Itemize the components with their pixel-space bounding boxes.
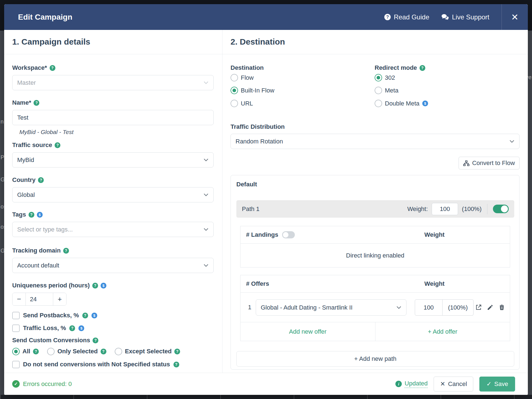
add-new-path-button[interactable]: + Add new path <box>236 351 514 367</box>
offers-weight-header: Weight <box>403 280 466 287</box>
section-title-band: 1. Campaign details 2. Destination <box>4 30 528 54</box>
external-link-icon <box>475 304 482 311</box>
toggle-knob <box>501 205 508 212</box>
convert-to-flow-button[interactable]: Convert to Flow <box>459 157 520 169</box>
offer-index: 1 <box>248 304 251 311</box>
traffic-source-select[interactable]: MyBid <box>12 152 214 168</box>
radio-option-meta[interactable]: Meta <box>375 87 398 94</box>
country-value: Global <box>17 191 35 199</box>
send-postbacks-checkbox[interactable] <box>12 312 20 319</box>
help-icon[interactable]: ? <box>174 349 180 354</box>
help-icon[interactable]: ? <box>38 177 44 183</box>
edit-offer-button[interactable] <box>486 303 494 312</box>
tags-label-text: Tags <box>12 211 26 218</box>
add-new-offer-link[interactable]: Add new offer <box>241 322 375 341</box>
help-icon[interactable]: ? <box>29 212 34 218</box>
offer-name: Global - Adult Dating - Smartlink II <box>261 304 352 311</box>
help-icon[interactable]: ? <box>420 65 425 71</box>
backdrop-text-fragment: P <box>1 154 4 161</box>
traffic-loss-label: Traffic Loss, % <box>23 325 66 332</box>
radio-option-only-selected[interactable]: Only Selected ? <box>47 348 106 355</box>
name-input[interactable] <box>12 110 214 125</box>
radio-icon <box>231 100 238 107</box>
tags-select[interactable]: Select or type tags... <box>12 222 214 237</box>
help-icon[interactable]: ? <box>173 362 179 367</box>
country-label-text: Country <box>12 176 35 184</box>
help-icon[interactable]: ? <box>101 349 106 354</box>
close-button[interactable]: ✕ <box>502 4 528 30</box>
chevron-down-icon <box>204 264 208 267</box>
chevron-down-icon <box>510 140 514 143</box>
help-icon[interactable]: ? <box>69 325 75 331</box>
workspace-label: Workspace* ? <box>12 64 214 72</box>
custom-conversions-label: Send Custom Conversions ? <box>12 336 98 344</box>
radio-option-all[interactable]: All ? <box>12 348 39 355</box>
tracking-domain-select[interactable]: Account default <box>12 258 214 273</box>
open-offer-button[interactable] <box>474 303 483 312</box>
radio-option-double-meta[interactable]: Double Meta $ <box>375 100 428 107</box>
paid-feature-badge-icon: $ <box>78 325 84 331</box>
radio-option-302[interactable]: 302 <box>375 74 395 81</box>
offer-select[interactable]: Global - Adult Dating - Smartlink II <box>256 299 406 316</box>
path-controls: Weight: (100%) <box>407 203 509 215</box>
live-support-label: Live Support <box>452 13 489 21</box>
radio-option-built-in-flow[interactable]: Built-In Flow <box>231 87 274 94</box>
offers-header-text: # Offers <box>246 280 269 287</box>
updated-status[interactable]: i Updated <box>395 380 428 388</box>
radio-icon <box>375 87 382 94</box>
help-icon[interactable]: ? <box>33 349 39 354</box>
offers-table: # Offers Weight 1 Global - Adult Dating … <box>240 275 510 341</box>
add-offer-link[interactable]: + Add offer <box>375 322 510 341</box>
help-icon[interactable]: ? <box>34 100 39 106</box>
check-icon: ✓ <box>486 380 491 388</box>
help-icon[interactable]: ? <box>93 338 98 343</box>
not-specified-row: Do not send conversions with Not Specifi… <box>12 360 179 369</box>
save-button[interactable]: ✓ Save <box>479 377 515 392</box>
help-icon[interactable]: ? <box>82 313 88 318</box>
path-weight-label: Weight: <box>407 205 428 213</box>
radio-option-except-selected[interactable]: Except Selected ? <box>115 348 180 355</box>
not-specified-checkbox[interactable] <box>12 361 20 368</box>
radio-option-flow[interactable]: Flow <box>231 74 254 81</box>
traffic-distribution-select[interactable]: Random Rotation <box>231 134 520 149</box>
help-icon[interactable]: ? <box>55 142 60 148</box>
offer-weight-percent: (100%) <box>443 299 474 316</box>
radio-option-url[interactable]: URL <box>231 100 253 107</box>
country-select[interactable]: Global <box>12 187 214 202</box>
delete-offer-button[interactable] <box>498 303 506 312</box>
radio-label: URL <box>241 100 253 107</box>
chevron-down-icon <box>204 193 208 196</box>
stepper-decrement-button[interactable]: − <box>12 293 25 305</box>
send-postbacks-row: Send Postbacks, % ? $ <box>12 311 97 320</box>
live-support-link[interactable]: Live Support <box>441 13 489 21</box>
tracking-domain-label: Tracking domain ? <box>12 246 214 255</box>
uniqueness-input[interactable] <box>26 296 53 303</box>
save-label: Save <box>494 380 508 388</box>
errors-status: ✓ Errors occurred: 0 <box>12 380 72 388</box>
country-field: Country ? Global <box>12 176 214 202</box>
path-weight-input[interactable] <box>432 203 458 215</box>
help-icon[interactable]: ? <box>63 248 69 254</box>
traffic-loss-checkbox[interactable] <box>12 325 20 332</box>
landings-toggle[interactable] <box>282 231 295 238</box>
custom-conversions-options: All ? Only Selected ? Except Selected ? <box>12 347 180 356</box>
read-guide-link[interactable]: ? Read Guide <box>384 13 429 21</box>
tracking-domain-value: Account default <box>17 262 59 269</box>
landings-header-text: # Landings <box>246 231 278 238</box>
trash-icon <box>498 304 505 311</box>
paid-feature-badge-icon: $ <box>422 101 428 106</box>
send-postbacks-label: Send Postbacks, % <box>23 312 79 319</box>
stepper-increment-button[interactable]: + <box>53 293 66 305</box>
offer-weight-input[interactable] <box>415 299 443 316</box>
workspace-select[interactable]: Master <box>12 75 214 90</box>
edit-campaign-modal: Edit Campaign ? Read Guide Live Support … <box>4 4 528 395</box>
paid-feature-badge-icon: $ <box>37 212 43 218</box>
help-icon[interactable]: ? <box>92 283 98 289</box>
cancel-button[interactable]: ✕ Cancel <box>434 377 473 392</box>
path-enabled-toggle[interactable] <box>493 205 509 213</box>
destination-label-text: Destination <box>231 64 264 71</box>
landings-header: # Landings <box>246 231 295 238</box>
landings-table: # Landings Weight Direct linking enabled <box>240 226 510 267</box>
footer-actions: i Updated ✕ Cancel ✓ Save <box>395 377 515 392</box>
help-icon[interactable]: ? <box>50 65 55 71</box>
